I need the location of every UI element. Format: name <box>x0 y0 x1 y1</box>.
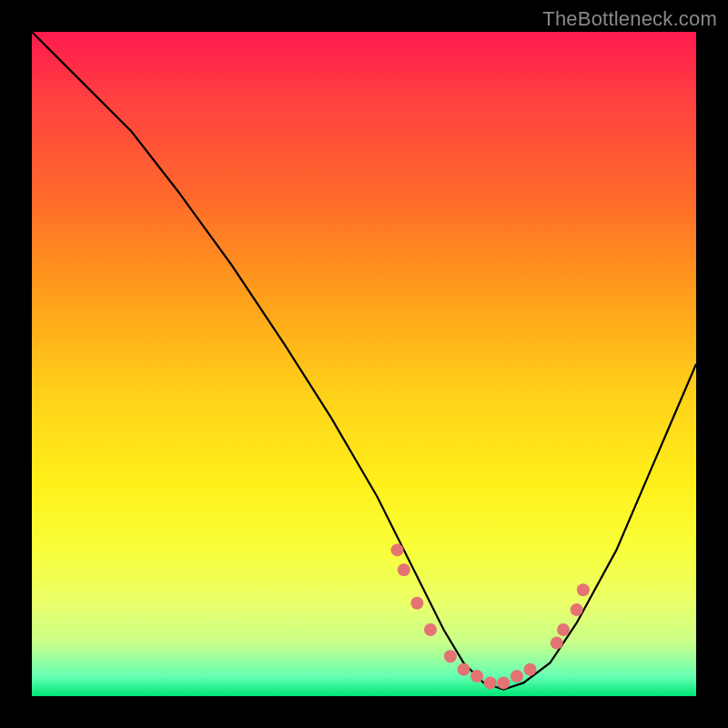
highlight-point <box>571 603 583 616</box>
highlight-point <box>577 583 590 596</box>
highlight-point <box>398 563 410 576</box>
highlight-points <box>391 543 590 689</box>
highlight-point <box>410 597 423 610</box>
highlight-point <box>458 663 470 676</box>
plot-area <box>32 32 696 696</box>
highlight-point <box>444 650 457 662</box>
highlight-point <box>391 543 404 556</box>
chart-frame: TheBottleneck.com <box>0 0 728 728</box>
highlight-point <box>511 670 523 682</box>
highlight-point <box>557 623 570 636</box>
highlight-point <box>524 663 537 676</box>
highlight-point <box>484 676 497 689</box>
highlight-point <box>470 670 483 682</box>
highlight-point <box>424 623 437 636</box>
highlight-point <box>551 637 563 650</box>
bottleneck-curve <box>32 32 696 690</box>
curve-layer <box>32 32 696 696</box>
highlight-point <box>497 676 510 689</box>
attribution-label: TheBottleneck.com <box>542 7 717 31</box>
